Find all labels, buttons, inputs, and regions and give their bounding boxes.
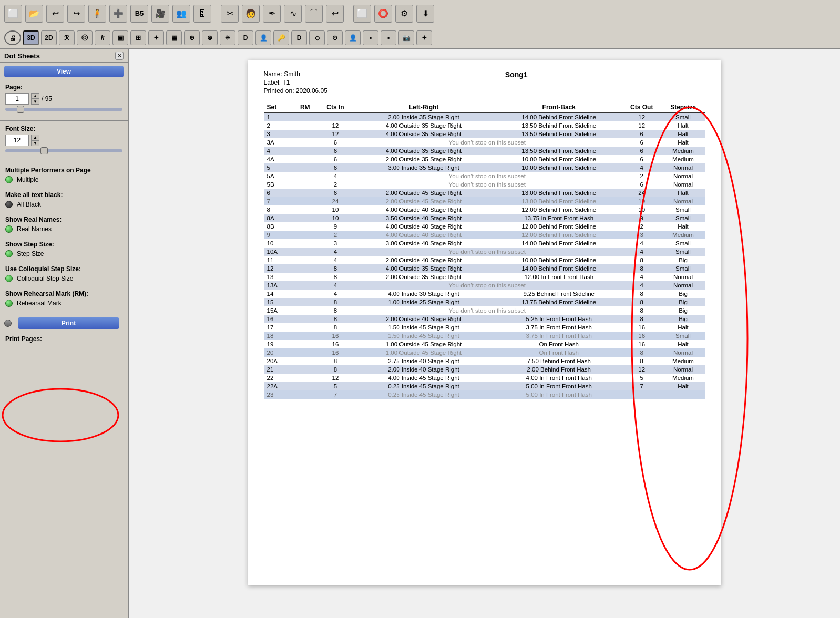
rehearsal-toggle-row: Rehearsal Mark bbox=[5, 300, 122, 307]
step-size-toggle-dot[interactable] bbox=[5, 250, 13, 258]
view-button[interactable]: View bbox=[4, 66, 124, 77]
print-button[interactable]: Print bbox=[18, 317, 119, 329]
tb2-diamond-icon[interactable]: ◇ bbox=[309, 30, 325, 45]
table-row: 3A 6 You don't stop on this subset 6 Hal… bbox=[264, 138, 705, 147]
cell-rm bbox=[291, 264, 319, 273]
tb2-key-icon[interactable]: 🔑 bbox=[273, 30, 289, 45]
real-names-toggle-dot[interactable] bbox=[5, 225, 13, 233]
tb2-2d[interactable]: 2D bbox=[41, 30, 57, 45]
toolbar-cut-icon[interactable]: ✂ bbox=[221, 5, 239, 23]
toolbar-pen-icon[interactable]: ✒ bbox=[263, 5, 281, 23]
tb2-r-icon[interactable]: ℛ bbox=[59, 30, 75, 45]
page-spinners: ▲ ▼ bbox=[31, 93, 39, 105]
cell-lr-subset: You don't stop on this subset bbox=[352, 281, 623, 290]
tb2-grid2-icon[interactable]: ⊞ bbox=[130, 30, 146, 45]
page-slider-thumb bbox=[17, 106, 24, 113]
tb2-3d[interactable]: 3D bbox=[23, 30, 39, 45]
toolbar-curve-icon[interactable]: ∿ bbox=[284, 5, 302, 23]
cell-lr: 2.00 Outside 35 Stage Right bbox=[352, 273, 496, 281]
tb2-d1-icon[interactable]: D bbox=[238, 30, 253, 45]
toolbar-arc-icon[interactable]: ⌒ bbox=[305, 5, 323, 23]
tb2-star-icon[interactable]: ✦ bbox=[148, 30, 164, 45]
tb2-target-icon[interactable]: ⊗ bbox=[202, 30, 218, 45]
cell-lr: 0.25 Inside 45 Stage Right bbox=[352, 382, 496, 390]
toolbar-undo-icon[interactable]: ↩ bbox=[46, 5, 64, 23]
font-slider[interactable] bbox=[5, 149, 122, 152]
tb2-asterisk-icon[interactable]: ✳ bbox=[220, 30, 235, 45]
toolbar-group-icon[interactable]: 👥 bbox=[172, 5, 190, 23]
cell-set: 5A bbox=[264, 172, 292, 180]
colloquial-toggle-row: Colloquial Step Size bbox=[5, 275, 122, 282]
toolbar-rect-icon[interactable]: ⬜ bbox=[353, 5, 371, 23]
page-number-input[interactable] bbox=[5, 93, 29, 105]
toolbar-separator-2 bbox=[347, 5, 350, 23]
cell-rm bbox=[291, 189, 319, 197]
toolbar-add-icon[interactable]: ➕ bbox=[109, 5, 127, 23]
cell-set: 8B bbox=[264, 222, 292, 231]
table-row: 5 6 3.00 Inside 35 Stage Right 10.00 Beh… bbox=[264, 163, 705, 172]
tb2-print-icon[interactable]: 🖨 bbox=[4, 30, 21, 45]
page-spin-up[interactable]: ▲ bbox=[31, 93, 39, 99]
cell-rm bbox=[291, 113, 319, 122]
tb2-grid1-icon[interactable]: ▣ bbox=[112, 30, 128, 45]
cell-set: 9 bbox=[264, 231, 292, 239]
cell-cts-out: 4 bbox=[622, 239, 661, 248]
table-row: 21 8 2.00 Inside 40 Stage Right 2.00 Beh… bbox=[264, 365, 705, 374]
tb2-o-icon[interactable]: Ⓞ bbox=[77, 30, 93, 45]
sidebar-close-button[interactable]: ✕ bbox=[115, 52, 124, 60]
multiple-performers-label: Multiple Performers on Page bbox=[5, 167, 122, 174]
toolbar-b5-icon[interactable]: B5 bbox=[130, 5, 148, 23]
toolbar-square-icon[interactable]: ⬜ bbox=[4, 5, 22, 23]
cell-cts-out: 6 bbox=[622, 130, 661, 138]
cell-cts-in: 5 bbox=[319, 382, 352, 390]
multiple-performers-section: Multiple Performers on Page Multiple bbox=[0, 163, 128, 188]
page-input-row: ▲ ▼ / 95 bbox=[5, 93, 122, 105]
cell-set: 10A bbox=[264, 248, 292, 256]
toolbar-circle-icon[interactable]: ⭕ bbox=[374, 5, 392, 23]
toolbar-clipboard-icon[interactable]: 📂 bbox=[25, 5, 43, 23]
toolbar-redo-icon[interactable]: ↪ bbox=[67, 5, 85, 23]
toolbar-person2-icon[interactable]: 🧑 bbox=[242, 5, 260, 23]
toolbar-camera-icon[interactable]: 🎥 bbox=[151, 5, 169, 23]
font-spin-down[interactable]: ▼ bbox=[31, 140, 39, 146]
cell-cts-out: 12 bbox=[622, 113, 661, 122]
print-section-minimize[interactable] bbox=[4, 320, 12, 327]
font-spin-up[interactable]: ▲ bbox=[31, 135, 39, 140]
tb2-hash2-icon[interactable]: ⊕ bbox=[184, 30, 200, 45]
tb2-d2-icon[interactable]: D bbox=[291, 30, 307, 45]
rehearsal-toggle-dot[interactable] bbox=[5, 300, 13, 307]
table-row: 18 16 1.50 Inside 45 Stage Right 3.75 In… bbox=[264, 332, 705, 340]
main-area: Dot Sheets ✕ View Page: ▲ ▼ / 95 Font bbox=[0, 49, 840, 618]
page-slider-container bbox=[5, 108, 122, 111]
tb2-power-icon[interactable]: ⊙ bbox=[327, 30, 343, 45]
all-black-toggle-dot[interactable] bbox=[5, 201, 13, 208]
tb2-square1-icon[interactable]: ▪ bbox=[363, 30, 378, 45]
font-size-input[interactable] bbox=[5, 135, 29, 146]
content-area[interactable]: Name: Smith Label: T1 Printed on: 2020.0… bbox=[129, 49, 840, 618]
multiple-toggle-dot[interactable] bbox=[5, 176, 13, 183]
toolbar-person-icon[interactable]: 🧍 bbox=[88, 5, 106, 23]
tb2-person3-icon[interactable]: 👤 bbox=[255, 30, 271, 45]
toolbar-back-icon[interactable]: ↩ bbox=[326, 5, 344, 23]
tb2-star2-icon[interactable]: ✦ bbox=[416, 30, 432, 45]
cell-rm bbox=[291, 231, 319, 239]
cell-fb: 7.50 Behind Front Hash bbox=[496, 357, 623, 365]
tb2-square2-icon[interactable]: ▪ bbox=[381, 30, 396, 45]
tb2-k-icon[interactable]: k bbox=[95, 30, 110, 45]
tb2-hash1-icon[interactable]: ▦ bbox=[166, 30, 182, 45]
page-slider[interactable] bbox=[5, 108, 122, 111]
tb2-person4-icon[interactable]: 👤 bbox=[345, 30, 361, 45]
cell-cts-out: 2 bbox=[622, 172, 661, 180]
page-spin-down[interactable]: ▼ bbox=[31, 99, 39, 105]
toolbar-down-icon[interactable]: ⬇ bbox=[416, 5, 434, 23]
cell-set: 12 bbox=[264, 264, 292, 273]
dot-table: Set RM Cts In Left-Right Front-Back Cts … bbox=[264, 102, 705, 399]
cell-stepsize: Small bbox=[661, 239, 705, 248]
cell-cts-out: 6 bbox=[622, 180, 661, 189]
toolbar-gear-icon[interactable]: ⚙ bbox=[395, 5, 413, 23]
cell-fb: 14.00 Behind Front Sideline bbox=[496, 239, 623, 248]
toolbar-settings-icon[interactable]: 🎛 bbox=[193, 5, 211, 23]
cell-cts-in: 6 bbox=[319, 155, 352, 163]
colloquial-toggle-dot[interactable] bbox=[5, 275, 13, 282]
tb2-photo-icon[interactable]: 📷 bbox=[398, 30, 414, 45]
